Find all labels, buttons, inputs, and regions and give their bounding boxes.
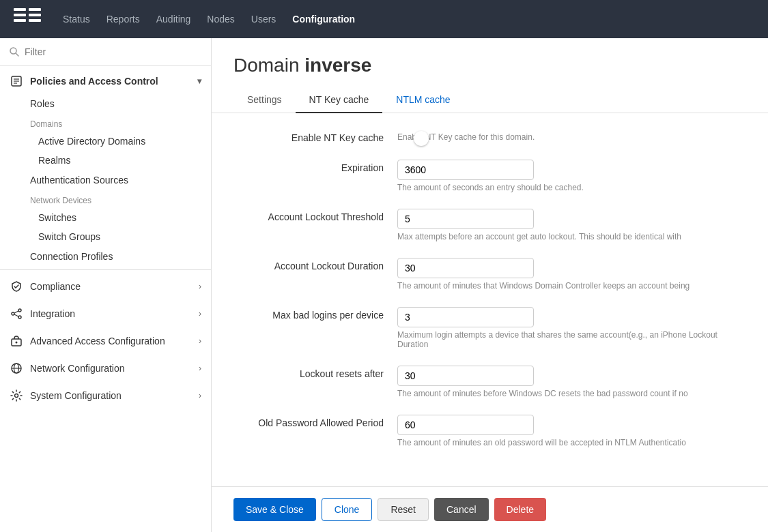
network-config-icon [10, 361, 23, 375]
input-enable-nt-key-cache: Enable NT Key cache for this domain. [397, 130, 746, 142]
svg-line-15 [14, 311, 18, 313]
reset-button[interactable]: Reset [378, 498, 429, 521]
policies-chevron: ▾ [197, 76, 201, 86]
compliance-label: Compliance [30, 281, 81, 292]
advanced-access-chevron: › [199, 336, 201, 346]
page-title-bold: inverse [304, 55, 371, 76]
footer-buttons: Save & Close Clone Reset Cancel Delete [212, 486, 768, 532]
nav-reports[interactable]: Reports [106, 14, 140, 25]
svg-point-14 [18, 316, 21, 319]
logo [14, 7, 41, 31]
field-expiration: Expiration The amount of seconds an entr… [233, 160, 746, 192]
delete-button[interactable]: Delete [494, 498, 546, 521]
sidebar-item-roles[interactable]: Roles [0, 93, 211, 114]
label-old-password-period: Old Password Allowed Period [233, 415, 397, 428]
input-lockout-duration-container: The amount of minutes that Windows Domai… [397, 258, 746, 291]
tab-ntlm-cache[interactable]: NTLM cache [382, 87, 464, 113]
sidebar-item-network-config[interactable]: Network Configuration › [0, 355, 211, 382]
system-config-chevron: › [199, 391, 201, 400]
nav-users[interactable]: Users [251, 14, 276, 25]
field-old-password-period: Old Password Allowed Period The amount o… [233, 415, 746, 447]
page-title-light: Domain [233, 55, 299, 76]
sidebar: Policies and Access Control ▾ Roles Doma… [0, 38, 212, 532]
label-expiration: Expiration [233, 160, 397, 173]
input-max-bad-logins[interactable] [397, 307, 534, 327]
input-lockout-threshold[interactable] [397, 209, 534, 229]
sidebar-item-realms[interactable]: Realms [0, 151, 211, 170]
advanced-access-label: Advanced Access Configuration [30, 336, 165, 346]
label-enable-nt-key-cache: Enable NT Key cache [233, 130, 397, 143]
input-lockout-threshold-container: Max attempts before an account get auto … [397, 209, 746, 241]
hint-expiration: The amount of seconds an entry should be… [397, 183, 739, 192]
sidebar-item-compliance[interactable]: Compliance › [0, 273, 211, 300]
svg-rect-5 [29, 19, 41, 22]
sidebar-item-auth-sources[interactable]: Authentication Sources [0, 170, 211, 190]
search-input[interactable] [25, 46, 201, 57]
sidebar-subgroup-network-devices: Network Devices [0, 190, 211, 208]
compliance-icon [10, 280, 23, 293]
sidebar-search-container [0, 38, 211, 66]
sidebar-item-system-config[interactable]: System Configuration › [0, 382, 211, 409]
integration-icon [10, 307, 23, 321]
hint-lockout-duration: The amount of minutes that Windows Domai… [397, 281, 739, 291]
input-expiration-container: The amount of seconds an entry should be… [397, 160, 746, 192]
form-content: Enable NT Key cache Enable NT Key cache … [212, 113, 768, 486]
hint-lockout-threshold: Max attempts before an account get auto … [397, 232, 739, 241]
svg-rect-1 [14, 14, 26, 16]
integration-chevron: › [199, 309, 201, 319]
nav-status[interactable]: Status [63, 14, 90, 25]
field-max-bad-logins: Max bad logins per device Maximum login … [233, 307, 746, 349]
system-config-label: System Configuration [30, 390, 122, 401]
advanced-access-icon [10, 334, 23, 348]
compliance-chevron: › [199, 282, 201, 291]
svg-point-22 [15, 394, 18, 398]
field-lockout-duration: Account Lockout Duration The amount of m… [233, 258, 746, 291]
field-enable-nt-key-cache: Enable NT Key cache Enable NT Key cache … [233, 130, 746, 143]
svg-rect-4 [29, 14, 41, 16]
network-config-label: Network Configuration [30, 363, 125, 374]
cancel-button[interactable]: Cancel [434, 498, 489, 521]
tab-settings[interactable]: Settings [233, 87, 296, 113]
policies-label: Policies and Access Control [30, 76, 158, 87]
svg-line-7 [16, 53, 18, 56]
search-icon [10, 47, 19, 57]
sidebar-item-advanced-access[interactable]: Advanced Access Configuration › [0, 327, 211, 355]
nav-configuration[interactable]: Configuration [292, 14, 355, 25]
sidebar-item-connection-profiles[interactable]: Connection Profiles [0, 246, 211, 267]
svg-rect-3 [29, 8, 41, 11]
sidebar-item-policies[interactable]: Policies and Access Control ▾ [0, 66, 211, 93]
hint-old-password-period: The amount of minutes an old password wi… [397, 438, 739, 447]
system-config-icon [10, 389, 23, 402]
tab-nt-key-cache[interactable]: NT Key cache [296, 87, 383, 113]
nav-auditing[interactable]: Auditing [156, 14, 191, 25]
page-title: Domain inverse [212, 38, 768, 76]
hint-max-bad-logins: Maximum login attempts a device that sha… [397, 330, 739, 349]
input-lockout-resets-container: The amount of minutes before Windows DC … [397, 366, 746, 398]
input-lockout-duration[interactable] [397, 258, 534, 278]
label-max-bad-logins: Max bad logins per device [233, 307, 397, 321]
save-close-button[interactable]: Save & Close [233, 498, 316, 521]
input-old-password-period-container: The amount of minutes an old password wi… [397, 415, 746, 447]
svg-rect-0 [14, 8, 26, 11]
policies-icon [10, 74, 23, 88]
input-old-password-period[interactable] [397, 415, 534, 435]
sidebar-item-switches[interactable]: Switches [0, 208, 211, 227]
hint-enable-nt-key-cache: Enable NT Key cache for this domain. [397, 132, 739, 142]
sidebar-item-switch-groups[interactable]: Switch Groups [0, 227, 211, 246]
svg-point-13 [18, 309, 21, 312]
field-lockout-threshold: Account Lockout Threshold Max attempts b… [233, 209, 746, 241]
svg-line-16 [14, 314, 18, 316]
network-config-chevron: › [199, 364, 201, 373]
nav-nodes[interactable]: Nodes [207, 14, 234, 25]
top-navigation: Status Reports Auditing Nodes Users Conf… [0, 0, 768, 38]
input-max-bad-logins-container: Maximum login attempts a device that sha… [397, 307, 746, 349]
sidebar-item-active-directory[interactable]: Active Directory Domains [0, 132, 211, 151]
input-expiration[interactable] [397, 160, 534, 180]
tabs: Settings NT Key cache NTLM cache [212, 87, 768, 113]
input-lockout-resets[interactable] [397, 366, 534, 386]
svg-point-18 [16, 342, 18, 344]
sidebar-item-integration[interactable]: Integration › [0, 300, 211, 327]
clone-button[interactable]: Clone [322, 498, 373, 521]
label-lockout-resets: Lockout resets after [233, 366, 397, 379]
main-content: Domain inverse Settings NT Key cache NTL… [212, 38, 768, 532]
